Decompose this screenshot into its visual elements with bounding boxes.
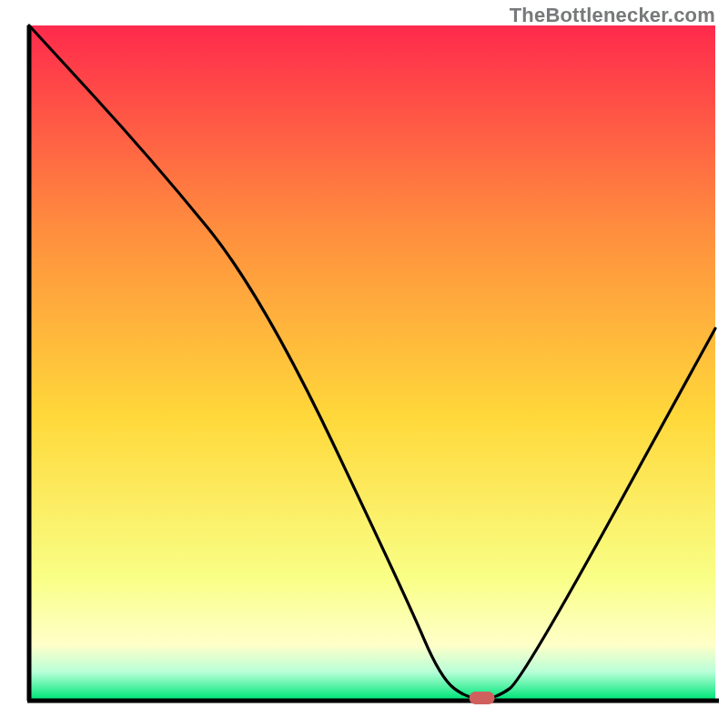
watermark-text: TheBottlenecker.com (510, 4, 715, 27)
gradient-background (29, 25, 715, 699)
chart-container: TheBottlenecker.com (0, 0, 728, 728)
minimum-marker (470, 692, 495, 704)
bottleneck-chart (0, 0, 728, 728)
